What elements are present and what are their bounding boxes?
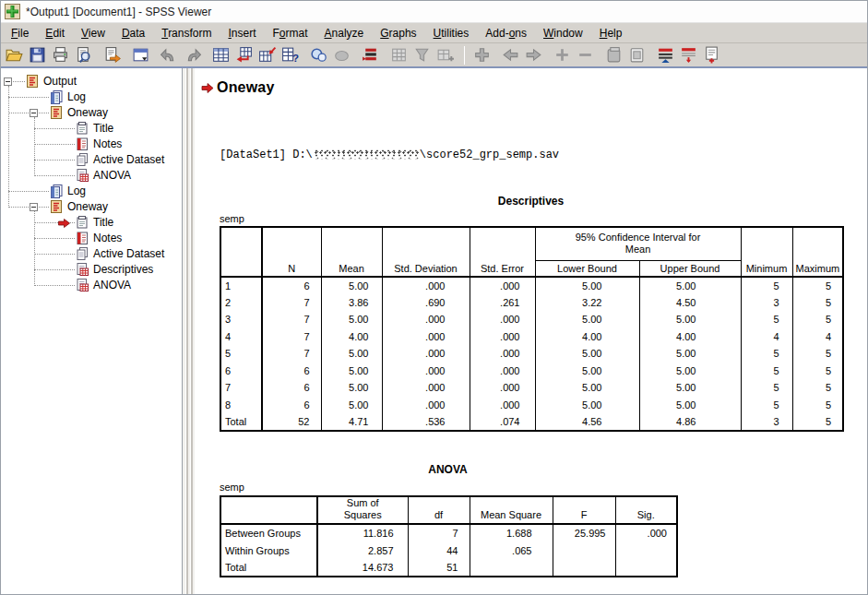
tree-connector — [34, 285, 75, 286]
tree-item-descriptives[interactable]: Descriptives — [1, 262, 182, 278]
find-next-button[interactable] — [330, 44, 353, 65]
weight-cases-button[interactable] — [434, 44, 457, 65]
cell: 5 — [792, 413, 843, 431]
use-variable-sets-button[interactable] — [359, 44, 382, 65]
anova-table[interactable]: Sum of SquaresdfMean SquareFSig.Between … — [220, 495, 678, 577]
menu-item-utilities[interactable]: Utilities — [425, 25, 478, 42]
cell: 3 — [741, 294, 792, 312]
menu-item-file[interactable]: File — [3, 25, 37, 42]
tree-item-notes[interactable]: Notes — [1, 231, 182, 246]
goto-case-button[interactable] — [232, 44, 256, 65]
svg-text:?: ? — [292, 53, 299, 64]
cell: 5.00 — [535, 311, 639, 328]
tree-item-title[interactable]: Title — [1, 121, 182, 137]
tree-item-anova[interactable]: ANOVA — [1, 168, 182, 184]
toolbar-group — [602, 44, 648, 65]
menu-item-window[interactable]: Window — [535, 25, 591, 42]
goto-data-button[interactable] — [209, 44, 232, 65]
expand-button[interactable] — [551, 44, 574, 65]
tree-item-log[interactable]: Log — [1, 184, 182, 199]
cell: .000 — [470, 311, 535, 328]
cell: 5.00 — [321, 363, 382, 380]
collapse-button[interactable] — [574, 44, 597, 65]
menu-item-data[interactable]: Data — [113, 25, 153, 42]
toolbar-group — [158, 44, 204, 65]
cell: 5.00 — [639, 277, 741, 294]
print-button[interactable] — [49, 44, 72, 65]
insert-title-button[interactable] — [677, 44, 700, 65]
tree-item-label: Oneway — [67, 106, 108, 119]
designate-window-button[interactable] — [387, 44, 410, 65]
tree-expander-collapse[interactable] — [30, 109, 38, 117]
descriptives-table[interactable]: NMeanStd. DeviationStd. Error95% Confide… — [220, 226, 844, 432]
demote-button[interactable] — [522, 44, 545, 65]
cell: 4.86 — [639, 413, 741, 431]
insert-heading-button[interactable] — [654, 44, 677, 65]
row-label: 2 — [220, 294, 262, 312]
undo-button[interactable] — [158, 44, 181, 65]
dialog-recall-icon — [131, 45, 150, 65]
tree-connector — [34, 117, 35, 176]
tree-item-oneway[interactable]: Oneway — [1, 105, 182, 121]
tree-item-output[interactable]: Output — [1, 74, 182, 89]
insert-cases-button[interactable] — [256, 44, 279, 65]
cell: 5.00 — [639, 363, 741, 380]
row-label: Total — [220, 559, 317, 577]
tree-item-active-dataset[interactable]: Active Dataset — [1, 152, 182, 168]
tree-item-notes[interactable]: Notes — [1, 137, 182, 152]
cell: 5 — [741, 311, 792, 328]
tree-connector — [34, 269, 75, 270]
tree-expander-collapse[interactable] — [30, 203, 38, 211]
table-grid-icon — [75, 278, 89, 292]
print-preview-button[interactable] — [72, 44, 95, 65]
cell: .000 — [615, 524, 677, 541]
menu-item-edit[interactable]: Edit — [37, 25, 73, 42]
menu-item-format[interactable]: Format — [265, 25, 316, 42]
cell: 3.22 — [535, 294, 639, 312]
menu-item-graphs[interactable]: Graphs — [372, 25, 424, 42]
cell: 5 — [741, 397, 792, 414]
cell: 4 — [741, 328, 792, 346]
tree-item-active-dataset[interactable]: Active Dataset — [1, 246, 182, 262]
open-output-button[interactable] — [3, 44, 26, 65]
find-button[interactable] — [307, 44, 330, 65]
menu-item-add-ons[interactable]: Add-ons — [477, 25, 535, 42]
tree-item-oneway[interactable]: Oneway — [1, 199, 182, 215]
menu-item-transform[interactable]: Transform — [153, 25, 220, 42]
book-tan-icon — [49, 199, 64, 214]
cell: .000 — [470, 345, 535, 363]
export-output-button[interactable] — [101, 44, 124, 65]
box-filled-icon — [604, 45, 624, 65]
save-output-button[interactable] — [26, 44, 49, 65]
dataset-log-line[interactable]: [DataSet1] D:\\score52_grp_semp.sav — [220, 149, 559, 161]
hide-button[interactable] — [625, 44, 648, 65]
notes-red-icon — [75, 231, 89, 245]
current-item-arrow-icon — [57, 218, 71, 229]
menu-item-view[interactable]: View — [73, 25, 113, 42]
cell: 4 — [792, 328, 843, 346]
split-file-button[interactable] — [410, 44, 434, 65]
row-label: 7 — [220, 379, 262, 397]
tree-item-title[interactable]: Title — [1, 215, 182, 231]
menu-item-insert[interactable]: Insert — [220, 25, 264, 42]
cell: .000 — [470, 328, 535, 346]
corner-header — [220, 496, 317, 524]
redo-button[interactable] — [181, 44, 204, 65]
promote-button[interactable] — [499, 44, 522, 65]
cell: .000 — [470, 363, 535, 380]
show-button[interactable] — [602, 44, 625, 65]
variables-button[interactable]: ? — [279, 44, 302, 65]
tree-item-log[interactable]: Log — [1, 89, 182, 105]
pane-splitter[interactable] — [183, 68, 195, 595]
cell: 5.00 — [321, 311, 382, 328]
recall-dialog-button[interactable] — [129, 44, 152, 65]
menu-item-help[interactable]: Help — [591, 25, 631, 42]
tree-item-anova[interactable]: ANOVA — [1, 278, 182, 293]
select-last-output-button[interactable] — [470, 44, 493, 65]
tree-item-label: Log — [67, 184, 86, 197]
tree-expander-collapse[interactable] — [4, 77, 12, 86]
insert-text-button[interactable] — [700, 44, 723, 65]
cell: 6 — [262, 277, 321, 294]
viewer-content: OutputLogOnewayTitleNotesActive DatasetA… — [1, 68, 867, 595]
menu-item-analyze[interactable]: Analyze — [316, 25, 373, 42]
